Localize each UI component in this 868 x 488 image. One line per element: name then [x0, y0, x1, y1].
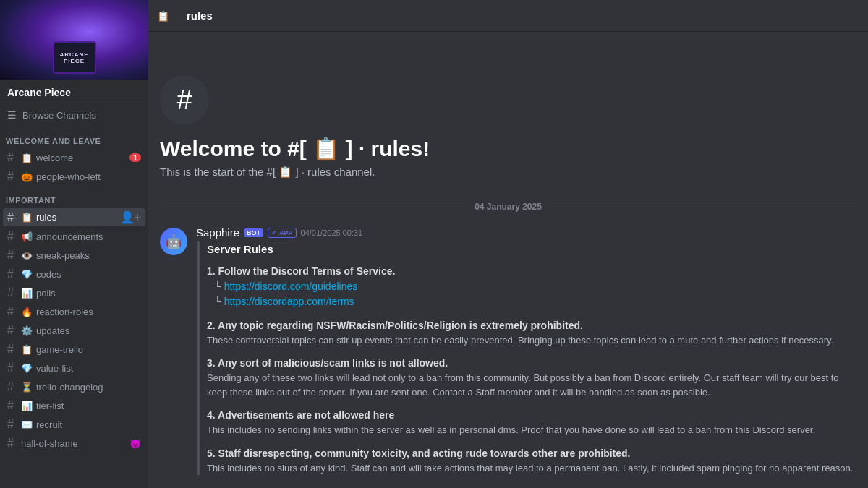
channel-name: sneak-peaks [36, 250, 141, 261]
channel-emoji: 💎 [21, 269, 33, 280]
rule-3-title: 3. Any sort of malicious/scam links is n… [207, 356, 856, 371]
topbar-channel-emoji-box: 📋 [157, 10, 169, 22]
rule-4-title: 4. Advertisements are not allowed here [207, 408, 856, 423]
channel-item-updates[interactable]: # ⚙️ updates [3, 322, 145, 339]
avatar-emoji: 🤖 [166, 234, 182, 249]
hash-icon: # [7, 267, 17, 281]
channel-item-sneak-peaks[interactable]: # 👁️ sneak-peaks [3, 247, 145, 264]
list-icon: ☰ [7, 109, 17, 121]
hash-icon: # [7, 418, 17, 431]
channel-item-tier-list[interactable]: # 📊 tier-list [3, 397, 145, 414]
hash-icon: # [7, 380, 17, 393]
topbar-channel-name: rules [187, 9, 213, 22]
hash-icon: # [7, 286, 17, 299]
channel-item-announcements[interactable]: # 📢 announcements [3, 228, 145, 245]
channel-item-rules[interactable]: # 📋 rules 👤+ [3, 208, 145, 226]
browse-channels-button[interactable]: ☰ Browse Channels [0, 103, 148, 127]
message-group: 🤖 Sapphire BOT ✓ APP 04/01/2025 00:31 Se… [148, 223, 868, 487]
add-members-icon[interactable]: 👤+ [120, 210, 141, 224]
section-important: IMPORTANT [0, 186, 148, 207]
hash-icon: # [7, 399, 17, 412]
hash-icon: # [7, 324, 17, 337]
server-name: Arcane Piece [7, 87, 141, 98]
hash-icon: # [7, 305, 17, 318]
channel-name: updates [36, 325, 141, 336]
hash-icon: # [7, 343, 17, 356]
hash-icon: # [7, 437, 17, 450]
rule-5: 5. Staff disrespecting, community toxici… [207, 446, 856, 476]
rule-1-title: 1. Follow the Discord Terms of Service. [207, 264, 856, 279]
channel-name: rules [36, 212, 116, 223]
channel-emoji: 📋 [21, 153, 33, 163]
channel-name: people-who-left [36, 171, 141, 182]
channel-item-reaction-roles[interactable]: # 🔥 reaction-roles [3, 303, 145, 320]
app-label: APP [279, 229, 293, 236]
main-content: 📋 · rules # Welcome to #[ 📋 ] · rules! T… [148, 0, 868, 488]
welcome-subtitle: This is the start of the #[ 📋 ] · rules … [160, 166, 856, 179]
channel-item-polls[interactable]: # 📊 polls [3, 284, 145, 301]
channel-emoji: 🔥 [21, 307, 33, 317]
hash-icon: # [7, 170, 17, 183]
channel-name: codes [36, 269, 141, 280]
message-text: Server Rules 1. Follow the Discord Terms… [197, 241, 856, 475]
discord-guidelines-link[interactable]: https://discord.com/guidelines [224, 281, 357, 292]
rule-3: 3. Any sort of malicious/scam links is n… [207, 356, 856, 399]
channel-icon-large: # [160, 75, 209, 124]
avatar: 🤖 [160, 228, 187, 255]
channel-name: polls [36, 288, 141, 299]
channel-name: trello-changelog [36, 382, 141, 393]
discordapp-terms-link[interactable]: https://discordapp.com/terms [224, 296, 354, 307]
channel-name: game-trello [36, 344, 141, 355]
channel-welcome: # Welcome to #[ 📋 ] · rules! This is the… [148, 32, 868, 190]
channel-emoji: 📋 [21, 212, 33, 223]
channel-name: recruit [36, 419, 141, 430]
channel-item-recruit[interactable]: # ✉️ recruit [3, 416, 145, 433]
channel-emoji: 👁️ [21, 250, 33, 261]
server-header[interactable]: Arcane Piece [0, 80, 148, 103]
channel-emoji: ⚙️ [21, 325, 33, 336]
rule-5-desc: This includes no slurs of any kind. Staf… [207, 461, 856, 476]
hash-icon: # [7, 249, 17, 262]
channel-item-trello-changelog[interactable]: # ⏳ trello-changelog [3, 378, 145, 395]
rule-2-title: 2. Any topic regarding NSFW/Racism/Polit… [207, 318, 856, 333]
message-header: Sapphire BOT ✓ APP 04/01/2025 00:31 [196, 226, 856, 239]
server-banner: ARCANE PIECE [0, 0, 148, 80]
message-content: Sapphire BOT ✓ APP 04/01/2025 00:31 Serv… [196, 226, 856, 484]
date-divider: 04 January 2025 [148, 190, 868, 223]
message-author: Sapphire [196, 226, 239, 239]
hash-icon: # [7, 151, 17, 164]
chat-area: # Welcome to #[ 📋 ] · rules! This is the… [148, 32, 868, 488]
channel-item-game-trello[interactable]: # 📋 game-trello [3, 341, 145, 358]
channel-emoji: 🎃 [21, 171, 33, 182]
rule-5-title: 5. Staff disrespecting, community toxici… [207, 446, 856, 461]
channel-name: announcements [36, 231, 141, 242]
channel-emoji: 📢 [21, 231, 33, 242]
channel-emoji: 📋 [21, 344, 33, 355]
date-text: 04 January 2025 [475, 202, 542, 212]
topbar: 📋 · rules [148, 0, 868, 32]
unread-badge: 1 [129, 153, 141, 162]
rule-4-desc: This includes no sending links within th… [207, 423, 856, 437]
welcome-title: Welcome to #[ 📋 ] · rules! [160, 136, 856, 161]
sidebar: ARCANE PIECE Arcane Piece ☰ Browse Chann… [0, 0, 148, 488]
hash-large-icon: # [176, 85, 192, 116]
message-timestamp: 04/01/2025 00:31 [301, 228, 363, 237]
app-badge: ✓ APP [268, 228, 297, 238]
checkmark-icon: ✓ [271, 229, 277, 236]
rule-2-desc: These controversial topics can stir up e… [207, 333, 856, 348]
channel-emoji: 💎 [21, 363, 33, 374]
bot-badge: BOT [244, 228, 263, 237]
channel-item-value-list[interactable]: # 💎 value-list [3, 359, 145, 377]
channel-name: reaction-roles [36, 307, 141, 317]
browse-channels-label: Browse Channels [22, 110, 96, 121]
channel-emoji: 📊 [21, 401, 33, 411]
channel-name: value-list [36, 363, 141, 374]
rule-3-desc: Sending any of these two links will lead… [207, 371, 856, 399]
channel-name: welcome [36, 153, 126, 163]
channel-item-people-who-left[interactable]: # 🎃 people-who-left [3, 168, 145, 185]
channel-item-welcome[interactable]: # 📋 welcome 1 [3, 149, 145, 166]
hash-icon: # [7, 361, 17, 374]
channel-item-codes[interactable]: # 💎 codes [3, 265, 145, 283]
channel-item-hall-of-shame[interactable]: # hall-of-shame 😈 [3, 435, 145, 452]
hash-icon: # [7, 211, 17, 224]
